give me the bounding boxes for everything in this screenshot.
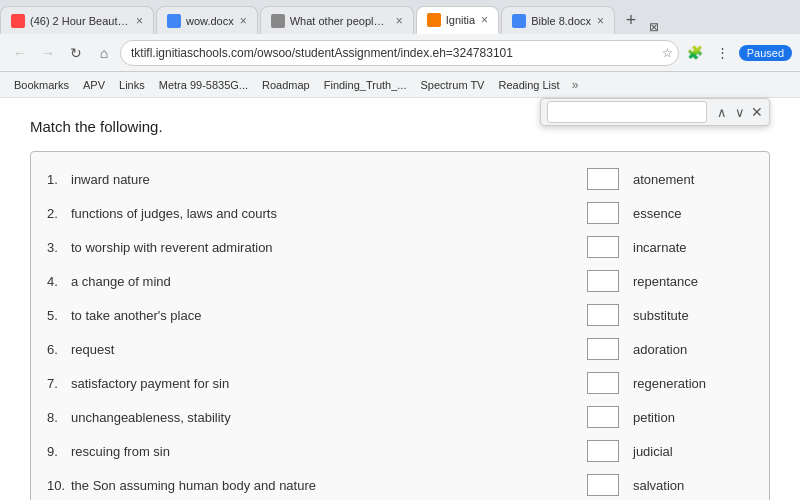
nav-bar: ← → ↻ ⌂ ☆ 🧩 ⋮ Paused — [0, 34, 800, 72]
row-label: satisfactory payment for sin — [71, 376, 587, 391]
tab-close-button[interactable]: × — [396, 14, 403, 28]
row-label: request — [71, 342, 587, 357]
match-term: incarnate — [633, 240, 753, 255]
tab-close-button[interactable]: × — [136, 14, 143, 28]
table-row: 7.satisfactory payment for sinregenerati… — [31, 366, 769, 400]
tab-label: wow.docx — [186, 15, 234, 27]
address-icons: ☆ — [662, 46, 673, 60]
table-row: 10.the Son assuming human body and natur… — [31, 468, 769, 500]
answer-input[interactable] — [587, 270, 619, 292]
bookmark-item[interactable]: APV — [77, 77, 111, 93]
match-term: petition — [633, 410, 753, 425]
bookmark-item[interactable]: Roadmap — [256, 77, 316, 93]
row-number: 8. — [47, 410, 71, 425]
answer-input[interactable] — [587, 202, 619, 224]
bookmarks-bar: BookmarksAPVLinksMetra 99-5835G...Roadma… — [0, 72, 800, 98]
tab-label: Ignitia — [446, 14, 475, 26]
tab-close-button[interactable]: × — [597, 14, 604, 28]
tab-label: What other people or issues... — [290, 15, 390, 27]
tab-favicon — [512, 14, 526, 28]
bookmarks-more-button[interactable]: » — [572, 78, 579, 92]
match-term: substitute — [633, 308, 753, 323]
extensions-icon[interactable]: 🧩 — [683, 41, 707, 65]
tab-bar: (46) 2 Hour Beautiful Pi...×wow.docx×Wha… — [0, 0, 800, 34]
row-label: inward nature — [71, 172, 587, 187]
find-prev-button[interactable]: ∧ — [715, 105, 729, 120]
row-label: to take another's place — [71, 308, 587, 323]
answer-input[interactable] — [587, 474, 619, 496]
tab-favicon — [271, 14, 285, 28]
answer-input[interactable] — [587, 338, 619, 360]
bookmark-item[interactable]: Links — [113, 77, 151, 93]
row-label: unchangeableness, stability — [71, 410, 587, 425]
match-term: regeneration — [633, 376, 753, 391]
bookmark-item[interactable]: Reading List — [492, 77, 565, 93]
row-number: 7. — [47, 376, 71, 391]
table-row: 2.functions of judges, laws and courtses… — [31, 196, 769, 230]
match-term: atonement — [633, 172, 753, 187]
table-row: 5.to take another's placesubstitute — [31, 298, 769, 332]
table-row: 1.inward natureatonement — [31, 162, 769, 196]
tab-label: (46) 2 Hour Beautiful Pi... — [30, 15, 130, 27]
home-button[interactable]: ⌂ — [92, 41, 116, 65]
browser-chrome: (46) 2 Hour Beautiful Pi...×wow.docx×Wha… — [0, 0, 800, 98]
table-row: 4.a change of mindrepentance — [31, 264, 769, 298]
row-number: 10. — [47, 478, 71, 493]
row-label: the Son assuming human body and nature — [71, 478, 587, 493]
match-term: salvation — [633, 478, 753, 493]
row-label: rescuing from sin — [71, 444, 587, 459]
settings-icon[interactable]: ⋮ — [711, 41, 735, 65]
answer-input[interactable] — [587, 236, 619, 258]
address-bar-container: ☆ — [120, 40, 679, 66]
tab-close-button[interactable]: × — [481, 13, 488, 27]
reload-button[interactable]: ↻ — [64, 41, 88, 65]
row-label: functions of judges, laws and courts — [71, 206, 587, 221]
star-icon[interactable]: ☆ — [662, 46, 673, 60]
row-label: a change of mind — [71, 274, 587, 289]
tab-tab2[interactable]: wow.docx× — [156, 6, 258, 34]
answer-input[interactable] — [587, 168, 619, 190]
answer-input[interactable] — [587, 372, 619, 394]
tab-favicon — [427, 13, 441, 27]
profile-button[interactable]: Paused — [739, 45, 792, 61]
match-term: adoration — [633, 342, 753, 357]
table-row: 8.unchangeableness, stabilitypetition — [31, 400, 769, 434]
tab-favicon — [167, 14, 181, 28]
row-number: 2. — [47, 206, 71, 221]
row-number: 1. — [47, 172, 71, 187]
find-close-button[interactable]: ✕ — [751, 104, 763, 120]
address-bar[interactable] — [120, 40, 679, 66]
row-label: to worship with reverent admiration — [71, 240, 587, 255]
forward-button[interactable]: → — [36, 41, 60, 65]
minimize-icon: ⊠ — [649, 20, 659, 34]
match-term: repentance — [633, 274, 753, 289]
tab-tab5[interactable]: Bible 8.docx× — [501, 6, 615, 34]
table-row: 3.to worship with reverent admirationinc… — [31, 230, 769, 264]
new-tab-button[interactable]: + — [617, 6, 645, 34]
find-next-button[interactable]: ∨ — [733, 105, 747, 120]
tab-tab1[interactable]: (46) 2 Hour Beautiful Pi...× — [0, 6, 154, 34]
match-term: essence — [633, 206, 753, 221]
tab-tab3[interactable]: What other people or issues...× — [260, 6, 414, 34]
bookmark-item[interactable]: Finding_Truth_... — [318, 77, 413, 93]
nav-right-icons: 🧩 ⋮ Paused — [683, 41, 792, 65]
tab-close-button[interactable]: × — [240, 14, 247, 28]
bookmark-item[interactable]: Spectrum TV — [414, 77, 490, 93]
back-button[interactable]: ← — [8, 41, 32, 65]
answer-input[interactable] — [587, 304, 619, 326]
bookmark-item[interactable]: Metra 99-5835G... — [153, 77, 254, 93]
tab-tab4[interactable]: Ignitia× — [416, 6, 499, 34]
match-table: 1.inward natureatonement2.functions of j… — [30, 151, 770, 500]
row-number: 5. — [47, 308, 71, 323]
tab-label: Bible 8.docx — [531, 15, 591, 27]
tab-favicon — [11, 14, 25, 28]
row-number: 6. — [47, 342, 71, 357]
match-term: judicial — [633, 444, 753, 459]
row-number: 4. — [47, 274, 71, 289]
find-input[interactable] — [547, 101, 707, 123]
table-row: 9.rescuing from sinjudicial — [31, 434, 769, 468]
answer-input[interactable] — [587, 406, 619, 428]
answer-input[interactable] — [587, 440, 619, 462]
bookmark-item[interactable]: Bookmarks — [8, 77, 75, 93]
find-bar: ∧ ∨ ✕ — [540, 98, 770, 126]
